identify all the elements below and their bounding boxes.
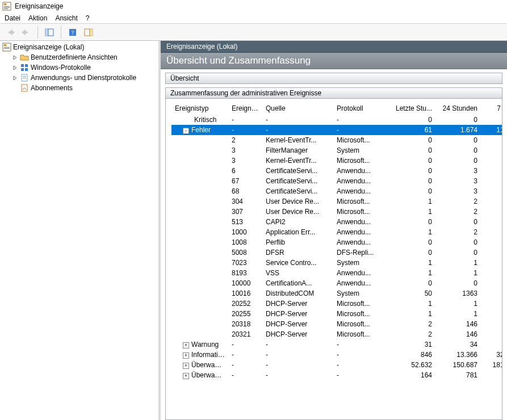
- cell: 0: [435, 247, 481, 258]
- tree-item-custom-views[interactable]: Benutzerdefinierte Ansichten: [0, 52, 158, 62]
- table-row[interactable]: 68CertificateServi...Anwendu...033: [171, 186, 502, 196]
- cell: [171, 258, 228, 268]
- cell: 31: [390, 339, 435, 350]
- cell: 3: [481, 166, 502, 176]
- collapse-icon[interactable]: -: [183, 128, 189, 134]
- cell: 1: [481, 278, 502, 288]
- chevron-right-icon[interactable]: [11, 64, 18, 71]
- cell: 304: [228, 196, 262, 207]
- cell: [171, 166, 228, 176]
- table-row[interactable]: 6CertificateServi...Anwendu...033: [171, 166, 502, 176]
- table-row[interactable]: 307User Device Re...Microsoft...129: [171, 207, 502, 217]
- table-row[interactable]: 67CertificateServi...Anwendu...033: [171, 176, 502, 186]
- tree-label: Abonnements: [31, 84, 73, 92]
- chevron-right-icon[interactable]: [11, 54, 18, 61]
- cell: 13.366: [435, 350, 481, 360]
- table-row-group[interactable]: +Überwachun...---164781817: [171, 370, 502, 380]
- cell: 874: [481, 319, 502, 329]
- cell: 1: [390, 227, 435, 237]
- cell: 20252: [228, 299, 262, 309]
- menu-help[interactable]: ?: [86, 14, 90, 22]
- cell: System: [333, 145, 390, 156]
- col-type[interactable]: Ereignistyp: [171, 103, 228, 115]
- svg-rect-20: [25, 68, 28, 71]
- table-row[interactable]: 1008PerflibAnwendu...002: [171, 237, 502, 247]
- cell: 3: [228, 145, 262, 156]
- table-row[interactable]: 20252DHCP-ServerMicrosoft...112: [171, 299, 502, 309]
- windows-log-icon: [20, 63, 29, 72]
- table-header-row[interactable]: Ereignistyp Ereignis... Quelle Protokoll…: [171, 103, 502, 115]
- col-proto[interactable]: Protokoll: [333, 103, 390, 115]
- table-row[interactable]: 1000Application Err...Anwendu...123: [171, 227, 502, 237]
- table-row[interactable]: 20255DHCP-ServerMicrosoft...112: [171, 309, 502, 319]
- cell: Anwendu...: [333, 217, 390, 227]
- cell: 49: [481, 339, 502, 350]
- table-row[interactable]: 2Kernel-EventTr...Microsoft...003: [171, 135, 502, 145]
- cell: 1.674: [435, 125, 481, 135]
- cell: CertificateServi...: [262, 176, 333, 186]
- forward-button[interactable]: [19, 26, 33, 39]
- back-button[interactable]: [3, 26, 17, 39]
- svg-rect-1: [4, 3, 6, 5]
- tree-label: Anwendungs- und Dienstprotokolle: [31, 74, 136, 82]
- table-row[interactable]: 8193VSSAnwendu...111: [171, 268, 502, 278]
- cell: CertificateServi...: [262, 166, 333, 176]
- menu-action[interactable]: Aktion: [28, 14, 47, 22]
- cell: -: [333, 350, 390, 360]
- chevron-right-icon[interactable]: [11, 74, 18, 81]
- expand-icon[interactable]: +: [183, 373, 189, 379]
- table-row[interactable]: 3Kernel-EventTr...Microsoft...001: [171, 156, 502, 166]
- table-row[interactable]: 513CAPI2Anwendu...0015: [171, 217, 502, 227]
- tree-item-windows-logs[interactable]: Windows-Protokolle: [0, 62, 158, 73]
- table-row-group[interactable]: Kritisch---000: [171, 115, 502, 125]
- show-hide-action-pane-button[interactable]: [82, 26, 95, 39]
- table-row-group[interactable]: -Fehler---611.67411.398: [171, 125, 502, 135]
- event-viewer-icon: [2, 43, 11, 52]
- show-hide-tree-button[interactable]: [43, 26, 56, 39]
- col-7-days[interactable]: 7 Tage: [481, 103, 502, 115]
- cell: -: [262, 370, 333, 380]
- tree-root[interactable]: Ereignisanzeige (Lokal): [0, 42, 158, 52]
- col-source[interactable]: Quelle: [262, 103, 333, 115]
- section-summary: Zusammenfassung der administrativen Erei…: [165, 87, 502, 420]
- table-row[interactable]: 20321DHCP-ServerMicrosoft...2146874: [171, 329, 502, 339]
- cell: [171, 135, 228, 145]
- col-24-hours[interactable]: 24 Stunden: [435, 103, 481, 115]
- cell: 20318: [228, 319, 262, 329]
- expand-icon[interactable]: +: [183, 352, 189, 359]
- col-last-hour[interactable]: Letzte Stu...: [390, 103, 435, 115]
- summary-table[interactable]: Ereignistyp Ereignis... Quelle Protokoll…: [171, 103, 502, 380]
- expand-icon[interactable]: +: [183, 342, 189, 348]
- table-row-group[interactable]: +Warnung---313449: [171, 339, 502, 350]
- cell: DFSR: [262, 247, 333, 258]
- menu-file[interactable]: Datei: [5, 14, 20, 22]
- tree-item-app-service-logs[interactable]: Anwendungs- und Dienstprotokolle: [0, 73, 158, 83]
- col-id[interactable]: Ereignis...: [228, 103, 262, 115]
- summary-body[interactable]: Ereignistyp Ereignis... Quelle Protokoll…: [165, 99, 502, 420]
- table-row[interactable]: 5008DFSRDFS-Repli...002: [171, 247, 502, 258]
- cell: -: [228, 370, 262, 380]
- cell: Perflib: [262, 237, 333, 247]
- table-row[interactable]: 7023Service Contro...System111: [171, 258, 502, 268]
- table-row[interactable]: 20318DHCP-ServerMicrosoft...2146874: [171, 319, 502, 329]
- nav-tree[interactable]: Ereignisanzeige (Lokal) Benutzerdefinier…: [0, 41, 161, 420]
- help-button[interactable]: ?: [66, 26, 79, 39]
- expand-icon[interactable]: +: [183, 363, 189, 369]
- menu-view[interactable]: Ansicht: [55, 14, 77, 22]
- cell: User Device Re...: [262, 207, 333, 217]
- row-label: Kritisch: [194, 116, 216, 124]
- cell: 1000: [228, 227, 262, 237]
- table-row[interactable]: 10000CertificationA...Anwendu...001: [171, 278, 502, 288]
- cell: 1363: [435, 288, 481, 299]
- cell: Kernel-EventTr...: [262, 135, 333, 145]
- table-row[interactable]: 3FilterManagerSystem006: [171, 145, 502, 156]
- table-row[interactable]: 304User Device Re...Microsoft...129: [171, 196, 502, 207]
- svg-rect-2: [4, 6, 10, 7]
- table-row-group[interactable]: +Informationen---84613.36632.845: [171, 350, 502, 360]
- cell: -: [333, 360, 390, 370]
- table-row[interactable]: 10016DistributedCOMSystem5013639584: [171, 288, 502, 299]
- cell: 0: [390, 278, 435, 288]
- tree-item-subscriptions[interactable]: Abonnements: [0, 83, 158, 93]
- table-row-group[interactable]: +Überwachun...---52.632150.687181.552: [171, 360, 502, 370]
- svg-text:?: ?: [72, 29, 74, 36]
